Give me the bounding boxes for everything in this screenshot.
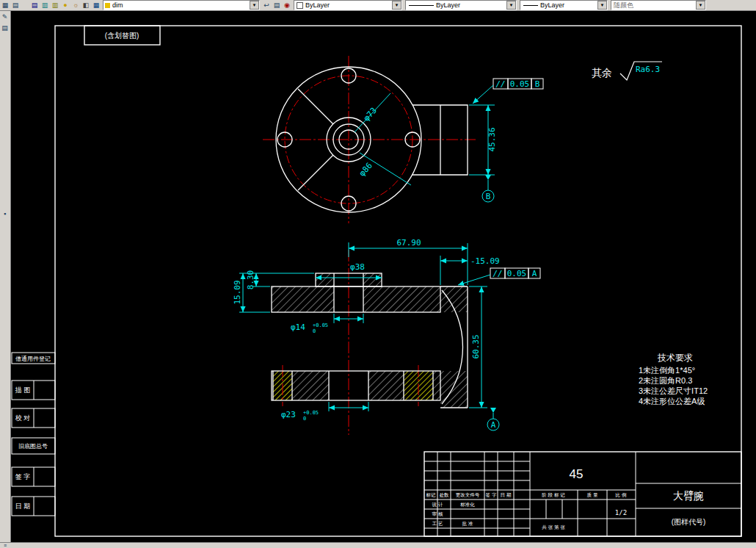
- menu-icon[interactable]: ≡: [1, 543, 10, 548]
- title-row-label: 日 期: [501, 492, 512, 497]
- dim-67-90: 67.90: [396, 238, 421, 248]
- title-row-label: 签 字: [486, 492, 497, 497]
- bulb-icon[interactable]: ●: [61, 1, 70, 10]
- handle-icon[interactable]: ▪: [0, 209, 10, 218]
- mass-label: 质 量: [587, 492, 598, 497]
- surface-finish-note: 其余 Ra6.3: [592, 62, 662, 80]
- lineweight-dropdown[interactable]: ByLayer ▼: [520, 0, 608, 10]
- dim-d23-tol-lower: 0: [303, 416, 306, 422]
- dim-d14-tol-lower: 0: [313, 328, 316, 334]
- scale-label: 比 例: [616, 492, 627, 498]
- side-box-label: 校 对: [15, 414, 31, 422]
- side-box-label: 旧底图总号: [18, 443, 48, 450]
- linetype-dropdown-value: ByLayer: [434, 1, 506, 9]
- side-box-label: 描 图: [15, 386, 31, 394]
- sheet-grid-icon[interactable]: ▤: [11, 1, 20, 10]
- dim-8-30: 8.30: [246, 270, 255, 290]
- sheet-icon[interactable]: ▤: [0, 24, 10, 32]
- side-box-label: 日 期: [15, 502, 31, 510]
- lock-icon[interactable]: ◧: [81, 1, 90, 10]
- fcf-b: // 0.05 B: [473, 79, 543, 104]
- tech-req-title: 技术要求: [657, 353, 693, 363]
- tech-req-line: 1未注倒角1*45°: [639, 366, 695, 375]
- datum-a: A: [487, 408, 499, 430]
- layer-states-icon[interactable]: ▤: [272, 1, 281, 10]
- dim-d86: φ86: [357, 161, 374, 178]
- pencil-icon[interactable]: ✎: [0, 12, 10, 21]
- layer-on-icon: [105, 3, 110, 8]
- chevron-down-icon[interactable]: ▼: [392, 1, 401, 10]
- section-view: 67.90 -15.09 15.09 8.30 φ38 φ14 +0.05 0 …: [233, 238, 540, 435]
- tech-req-line: 2未注圆角R0.3: [639, 376, 692, 385]
- title-role-label: 批 准: [462, 521, 473, 527]
- layer-previous-icon[interactable]: ↩: [262, 1, 271, 10]
- title-block: 45 大臂腕 (图样代号) 1/2 标记 处数 更改文件号 签 字 日 期 设 …: [424, 452, 741, 536]
- side-boxes: [12, 353, 55, 516]
- chevron-down-icon[interactable]: ▼: [250, 1, 259, 10]
- table-grid-icon[interactable]: ▦: [1, 1, 10, 10]
- sun-icon[interactable]: ☼: [71, 1, 80, 10]
- plotstyle-dropdown[interactable]: 随颜色 ▼: [611, 0, 706, 10]
- lineweight-sample-icon: [523, 5, 538, 6]
- sheets-label: 共 张 第 张: [542, 524, 565, 530]
- datum-b: B: [482, 175, 494, 202]
- tech-req-line: 3未注公差尺寸IT12: [639, 386, 708, 395]
- stage-label: 阶 段 标 记: [542, 492, 565, 498]
- surface-note-prefix: 其余: [592, 67, 612, 79]
- sheet-cyan-icon[interactable]: ▥: [40, 1, 49, 10]
- fcf-a-datum: A: [532, 269, 537, 278]
- part-name: 大臂腕: [673, 490, 704, 502]
- technical-requirements: 技术要求 1未注倒角1*45° 2未注圆角R0.3 3未注公差尺寸IT12 4未…: [639, 353, 708, 405]
- drawing-code: (图样代号): [672, 518, 706, 526]
- chevron-down-icon[interactable]: ▼: [506, 1, 516, 10]
- fcf-a: // 0.05 A: [458, 268, 540, 285]
- color-dropdown[interactable]: ByLayer ▼: [294, 0, 402, 10]
- dim-45-36: 45.36: [487, 127, 497, 151]
- fcf-a-tolerance: 0.05: [507, 269, 527, 278]
- title-role-label: 设 计: [432, 502, 443, 507]
- tech-req-line: 4未注形位公差A级: [639, 397, 705, 405]
- printer-icon[interactable]: ▦: [92, 1, 101, 10]
- title-row-label: 更改文件号: [456, 492, 480, 498]
- frame-corner-note: (含划替图): [105, 32, 139, 40]
- title-row-label: 处数: [440, 492, 450, 498]
- dim-neg-15-09: -15.09: [470, 256, 500, 266]
- dim-60-35: 60.35: [471, 334, 481, 358]
- layer-dropdown-value: dim: [110, 1, 250, 9]
- layers-stack-icon[interactable]: ▤: [30, 1, 39, 10]
- drawing-canvas[interactable]: (含划替图) 借通用件登记 描 图 校 对 旧底图总号 签 字 日 期 其余 R…: [10, 10, 756, 542]
- color-wheel-icon[interactable]: ◉: [283, 1, 291, 10]
- toolbar-separator: [25, 1, 29, 10]
- fcf-a-symbol: //: [493, 269, 502, 278]
- linetype-dropdown[interactable]: ByLayer ▼: [405, 0, 517, 10]
- dim-d23-tol-upper: +0.05: [303, 410, 319, 416]
- lineweight-dropdown-value: ByLayer: [538, 1, 597, 9]
- layer-dropdown[interactable]: dim ▼: [103, 0, 260, 10]
- color-dropdown-value: ByLayer: [303, 1, 392, 9]
- datum-a-label: A: [491, 420, 496, 430]
- title-role-label: 标准化: [459, 502, 475, 508]
- title-row-label: 标记: [426, 492, 437, 498]
- material-grade: 45: [570, 467, 584, 481]
- dim-d23: φ23: [281, 410, 296, 419]
- fcf-b-symbol: //: [495, 79, 505, 89]
- object-properties-toolbar: ▦ ▤ ▤ ▥ ▥ ● ☼ ◧ ▦ dim ▼ ↩ ▤ ◉ ByLayer ▼ …: [0, 0, 756, 11]
- fcf-b-datum: B: [535, 79, 540, 89]
- dim-d14-tol-upper: +0.05: [313, 322, 328, 328]
- linetype-sample-icon: [409, 5, 434, 6]
- datum-b-label: B: [486, 192, 491, 201]
- status-bar: ≡: [0, 542, 756, 548]
- color-swatch-icon: [297, 2, 303, 9]
- left-toolbar: ✎ ▤ ▪: [0, 10, 11, 542]
- sheet-number: 1/2: [615, 509, 627, 516]
- title-role-label: 工 艺: [432, 521, 443, 526]
- chevron-down-icon[interactable]: ▼: [597, 1, 607, 10]
- plotstyle-dropdown-value: 随颜色: [611, 1, 696, 10]
- dim-15-09: 15.09: [233, 280, 242, 304]
- side-box-label: 签 字: [15, 473, 31, 480]
- sheet-yellow-icon[interactable]: ▥: [51, 1, 59, 10]
- drawing-frame: [55, 26, 741, 536]
- roughness-value: Ra6.3: [636, 65, 660, 74]
- dim-d38: φ38: [350, 262, 365, 272]
- chevron-down-icon[interactable]: ▼: [696, 1, 705, 10]
